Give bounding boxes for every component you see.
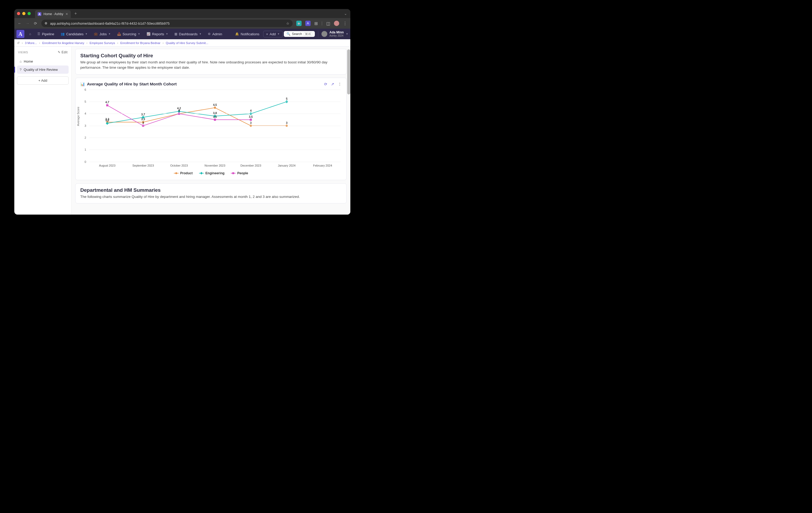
- sidebar-edit-button[interactable]: ✎ Edit: [58, 50, 67, 54]
- window-controls: [17, 12, 31, 15]
- x-tick-label: January 2024: [269, 164, 304, 167]
- briefcase-icon: 💼: [94, 32, 98, 36]
- nav-label: Pipeline: [42, 32, 54, 36]
- nav-reload-icon[interactable]: ⟳: [33, 21, 38, 25]
- user-menu[interactable]: Ada Minn Ashby 2024 ▼: [318, 31, 348, 37]
- svg-rect-12: [106, 104, 108, 106]
- url-text: app.ashbyhq.com/home/dashboard-6a94a21c-…: [50, 22, 170, 25]
- nav-back-icon[interactable]: ←: [18, 21, 22, 25]
- window-minimize[interactable]: [22, 12, 25, 15]
- data-point-label: 4,7: [105, 101, 109, 104]
- nav-pipeline[interactable]: ☰ Pipeline: [35, 30, 57, 38]
- site-settings-icon[interactable]: ⚙: [45, 22, 48, 25]
- notifications-button[interactable]: 🔔 Notifications: [232, 30, 262, 38]
- sidebar-item-home[interactable]: ⌂ Home: [17, 57, 69, 65]
- x-axis: August 2023September 2023October 2023Nov…: [89, 164, 341, 167]
- breadcrumb-item[interactable]: Employee Surveys: [90, 42, 115, 45]
- url-bar[interactable]: ⚙ app.ashbyhq.com/home/dashboard-6a94a21…: [41, 20, 293, 27]
- legend-label: People: [237, 171, 248, 175]
- nav-forward-icon[interactable]: →: [25, 21, 30, 25]
- x-tick-label: September 2023: [125, 164, 161, 167]
- notifications-label: Notifications: [241, 32, 259, 36]
- breadcrumb-item[interactable]: Enrollment for Bryana Bednar: [120, 42, 161, 45]
- tab-dropdown-icon[interactable]: ⌄: [344, 11, 348, 16]
- sidebar-add-button[interactable]: + Add: [17, 76, 69, 85]
- search-button[interactable]: 🔍 Search ⌘+K: [284, 31, 315, 37]
- summaries-card: Departmental and HM Summaries The follow…: [75, 183, 347, 204]
- svg-rect-16: [250, 118, 252, 121]
- side-panel-icon[interactable]: ◫: [326, 21, 330, 26]
- plus-icon: +: [266, 32, 268, 36]
- breadcrumb-item[interactable]: Enrollment for Angeline Harvey: [42, 42, 84, 45]
- refresh-icon[interactable]: ⟳: [324, 82, 327, 86]
- nav-home-icon[interactable]: ⌂: [27, 30, 34, 37]
- app-logo[interactable]: A: [17, 30, 24, 38]
- chart-plot: 01234563,33,344,5333,23,74,23,8454,7343,…: [89, 90, 341, 162]
- breadcrumb-item[interactable]: Quality of Hire Survey Submit...: [166, 42, 208, 45]
- bookmark-icon[interactable]: ☆: [286, 22, 289, 25]
- browser-tab-strip: A Home · Ashby ✕ + ⌄: [14, 9, 350, 18]
- search-label: Search: [292, 32, 302, 36]
- nav-jobs[interactable]: 💼 Jobs ▼: [91, 30, 113, 38]
- data-point-label: 3: [250, 121, 252, 125]
- sidebar: VIEWS ✎ Edit ⌂ Home ? Quality of Hire Re…: [14, 47, 71, 215]
- card-description: We group all new employees by their star…: [80, 60, 342, 71]
- history-icon[interactable]: ↺: [17, 41, 20, 45]
- chevron-down-icon: ▼: [199, 33, 201, 35]
- profile-avatar[interactable]: [334, 21, 339, 26]
- chart-icon: 📈: [147, 32, 150, 36]
- data-point-label: 3,5: [249, 115, 253, 118]
- nav-label: Admin: [212, 32, 222, 36]
- more-menu-icon[interactable]: ⋮: [338, 82, 342, 86]
- legend-item[interactable]: Product: [174, 171, 193, 175]
- gridline: [89, 150, 341, 150]
- data-point-label: 3,5: [213, 115, 217, 118]
- card-title: Starting Cohort Quality of Hire: [80, 53, 342, 59]
- chevron-down-icon: ▼: [166, 33, 168, 35]
- gridline: [89, 138, 341, 138]
- nav-label: Jobs: [99, 32, 107, 36]
- open-external-icon[interactable]: ↗: [331, 82, 334, 86]
- legend-item[interactable]: People: [231, 171, 248, 175]
- window-close[interactable]: [17, 12, 20, 15]
- nav-reports[interactable]: 📈 Reports ▼: [144, 30, 171, 38]
- nav-label: Candidates: [66, 32, 84, 36]
- new-tab-button[interactable]: +: [75, 11, 77, 16]
- data-point-label: 3,8: [213, 111, 217, 115]
- browser-window: A Home · Ashby ✕ + ⌄ ← → ⟳ ⚙ app.ashbyhq…: [14, 9, 350, 215]
- legend-item[interactable]: Engineering: [199, 171, 225, 175]
- data-point-label: 4: [250, 109, 252, 112]
- chevron-down-icon: ▼: [138, 33, 140, 35]
- breadcrumb-more[interactable]: 3 More...: [25, 42, 37, 45]
- add-button[interactable]: + Add ▼: [263, 31, 283, 37]
- scrollbar-thumb[interactable]: [347, 49, 350, 94]
- home-icon: ⌂: [20, 59, 22, 63]
- search-shortcut: ⌘+K: [304, 32, 313, 36]
- inbox-icon: 📥: [117, 32, 121, 36]
- legend-label: Engineering: [205, 171, 225, 175]
- browser-menu-icon[interactable]: ⋮: [343, 21, 347, 26]
- x-tick-label: November 2023: [197, 164, 233, 167]
- x-tick-label: August 2023: [89, 164, 125, 167]
- tab-close-icon[interactable]: ✕: [65, 12, 68, 16]
- nav-candidates[interactable]: 👥 Candidates ▼: [58, 30, 90, 38]
- data-point-label: 5: [286, 97, 288, 100]
- nav-admin[interactable]: ⚙ Admin: [205, 30, 225, 38]
- browser-tab[interactable]: A Home · Ashby ✕: [35, 10, 71, 18]
- extension-icon-1[interactable]: ◆: [296, 21, 301, 26]
- data-point-label: 4,5: [213, 103, 217, 106]
- window-maximize[interactable]: [28, 12, 31, 15]
- data-point-label: 3,2: [105, 119, 109, 122]
- user-name: Ada Minn: [329, 31, 344, 34]
- legend-label: Product: [180, 171, 193, 175]
- browser-toolbar: ← → ⟳ ⚙ app.ashbyhq.com/home/dashboard-6…: [14, 18, 350, 29]
- nav-sourcing[interactable]: 📥 Sourcing ▼: [115, 30, 143, 38]
- chevron-down-icon: ▼: [278, 33, 280, 35]
- nav-dashboards[interactable]: ▦ Dashboards ▼: [172, 30, 204, 38]
- extension-icon-ashby[interactable]: A: [305, 21, 311, 26]
- gear-icon: ⚙: [208, 32, 211, 36]
- extensions-icon[interactable]: ⊞: [314, 21, 318, 26]
- sidebar-item-quality-review[interactable]: ? Quality of Hire Review: [17, 65, 69, 74]
- legend-marker: [231, 173, 236, 173]
- x-tick-label: October 2023: [161, 164, 197, 167]
